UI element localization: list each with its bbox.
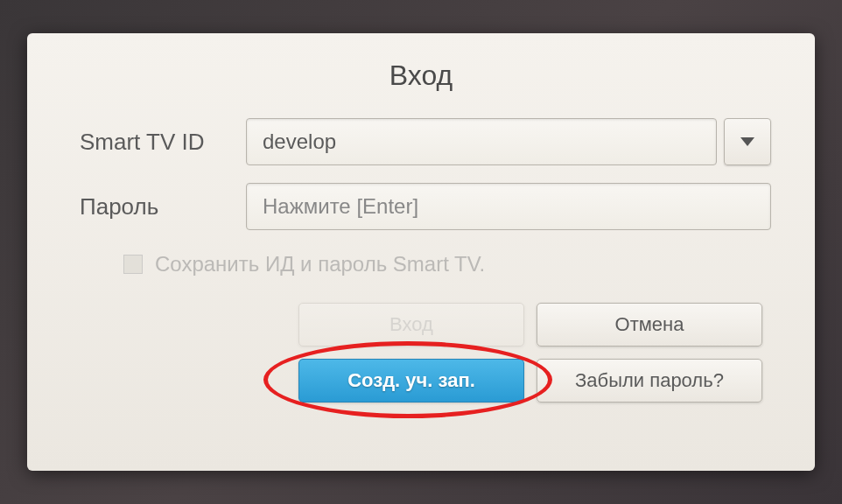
- id-label: Smart TV ID: [71, 129, 246, 156]
- svg-marker-0: [740, 137, 754, 146]
- chevron-down-icon: [739, 136, 756, 148]
- id-input[interactable]: [246, 118, 717, 165]
- id-row: Smart TV ID: [71, 118, 771, 165]
- login-button[interactable]: Вход: [298, 303, 524, 346]
- password-row: Пароль: [71, 183, 771, 230]
- id-dropdown-button[interactable]: [724, 118, 771, 165]
- cancel-button[interactable]: Отмена: [537, 303, 762, 346]
- remember-checkbox[interactable]: [123, 255, 143, 274]
- button-grid: Вход Отмена Созд. уч. зап. Забыли пароль…: [298, 303, 762, 402]
- create-account-button[interactable]: Созд. уч. зап.: [298, 359, 524, 402]
- remember-label: Сохранить ИД и пароль Smart TV.: [155, 252, 485, 276]
- password-input-wrapper: [246, 183, 771, 230]
- login-dialog: Вход Smart TV ID Пароль Сохранить ИД и п…: [27, 33, 815, 471]
- password-input[interactable]: [246, 183, 771, 230]
- id-input-wrapper: [246, 118, 771, 165]
- dialog-title: Вход: [71, 60, 771, 92]
- remember-row: Сохранить ИД и пароль Smart TV.: [123, 252, 771, 276]
- forgot-password-button[interactable]: Забыли пароль?: [537, 359, 762, 402]
- password-label: Пароль: [71, 193, 246, 220]
